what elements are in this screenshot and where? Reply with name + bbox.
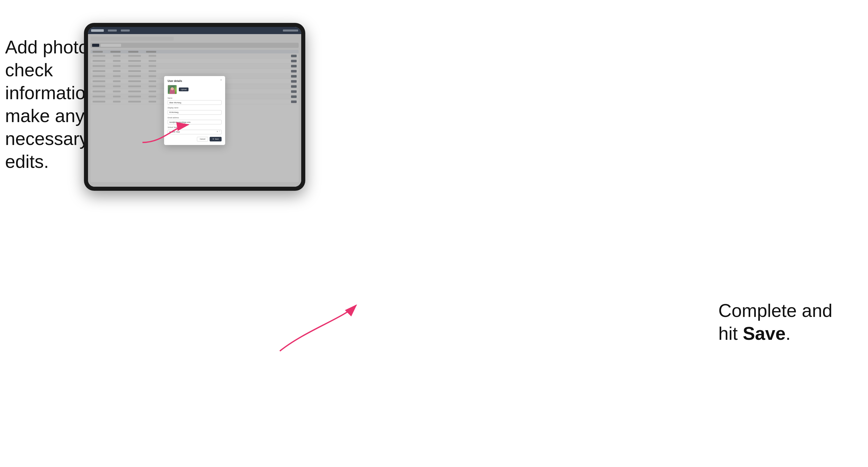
school-year-wrapper: ✕ ⌃ bbox=[168, 129, 222, 134]
annotation-right-bold: Save bbox=[743, 323, 785, 344]
school-year-input[interactable] bbox=[168, 130, 222, 134]
email-input[interactable] bbox=[168, 120, 222, 124]
modal-overlay: User details × Upload Name bbox=[88, 34, 301, 187]
annotation-left-line4: necessary edits. bbox=[5, 128, 89, 172]
name-field-group: Name bbox=[168, 97, 222, 105]
annotation-left-line3: make any bbox=[5, 105, 85, 126]
app-logo bbox=[91, 29, 104, 32]
name-input[interactable] bbox=[168, 100, 222, 105]
annotation-right-end: . bbox=[785, 323, 790, 344]
email-field-group: Email address bbox=[168, 117, 222, 125]
avatar bbox=[168, 85, 177, 94]
upload-button[interactable]: Upload bbox=[179, 88, 188, 91]
annotation-right-line1: Complete and bbox=[718, 301, 832, 321]
school-year-field-group: School Year ✕ ⌃ bbox=[168, 126, 222, 134]
modal-footer: Cancel ⬆ Save bbox=[168, 137, 222, 142]
annotation-right-line2: hit bbox=[718, 323, 743, 344]
tablet-screen: User details × Upload Name bbox=[88, 27, 301, 187]
display-name-input[interactable] bbox=[168, 110, 222, 115]
app-header-right-action bbox=[283, 30, 298, 32]
app-nav-connections bbox=[108, 30, 117, 32]
save-button[interactable]: ⬆ Save bbox=[210, 137, 222, 142]
close-icon: × bbox=[220, 79, 222, 82]
modal-title: User details bbox=[168, 80, 222, 83]
user-details-modal: User details × Upload Name bbox=[164, 76, 225, 145]
email-label: Email address bbox=[168, 117, 222, 119]
annotation-left-line1: Add photo, check bbox=[5, 37, 94, 80]
school-year-label: School Year bbox=[168, 126, 222, 128]
name-label: Name bbox=[168, 97, 222, 99]
app-nav-admin bbox=[121, 30, 130, 32]
tablet-frame: User details × Upload Name bbox=[84, 23, 305, 191]
app-header bbox=[88, 27, 301, 34]
modal-close-button[interactable]: × bbox=[220, 79, 223, 82]
cancel-button[interactable]: Cancel bbox=[197, 137, 208, 142]
save-icon: ⬆ bbox=[212, 138, 214, 140]
display-name-label: Display name bbox=[168, 107, 222, 108]
page-content: User details × Upload Name bbox=[88, 34, 301, 187]
display-name-field-group: Display name bbox=[168, 107, 222, 115]
avatar-section: Upload bbox=[168, 85, 222, 94]
save-label: Save bbox=[215, 138, 219, 140]
annotation-right: Complete and hit Save. bbox=[718, 299, 832, 345]
